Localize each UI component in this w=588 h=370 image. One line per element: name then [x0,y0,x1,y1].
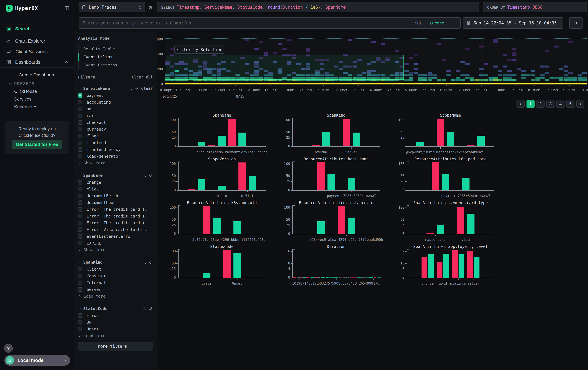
filter-option-Ok[interactable]: Ok [78,319,153,326]
bar-red[interactable] [432,162,439,190]
filter-option-click[interactable]: click [78,186,153,192]
presets-toggle[interactable]: PRESETS [0,80,74,88]
page-button-4[interactable]: 4 [556,100,565,108]
checkbox[interactable] [78,194,83,198]
filter-option-currency[interactable]: currency [78,126,153,132]
bar-red[interactable] [239,162,246,190]
query-language-toggle[interactable]: SQL | Lucene [415,21,444,25]
sidebar-item-chart-explorer[interactable]: Chart Explorer [0,36,74,46]
filter-group-header-SpanKind[interactable]: SpanKind [78,259,153,266]
bar-green[interactable] [416,142,424,146]
sidebar-item-dashboards[interactable]: Dashboards [0,57,74,67]
preset-item-kubernetes[interactable]: Kubernetes [0,102,74,111]
filter-group-more-SpanKind[interactable]: Load more [78,293,153,300]
bar-red[interactable] [338,206,345,234]
checkbox[interactable] [78,287,83,292]
pin-icon[interactable] [135,86,139,90]
bar-red[interactable] [467,145,474,146]
checkbox[interactable] [78,93,83,98]
source-select[interactable]: Demo Traces [79,2,145,12]
checkbox[interactable] [78,180,83,185]
gear-icon[interactable]: ⚙ [147,4,154,11]
mode-event-patterns[interactable]: Event Patterns [78,61,153,69]
bar-green[interactable] [239,132,246,146]
page-button-3[interactable]: 3 [546,100,555,108]
bar-red[interactable] [452,250,458,278]
filter-option-frontend-proxy[interactable]: frontend-proxy [78,146,153,153]
filter-group-more-StatusCode[interactable]: Load more [78,332,153,339]
checkbox[interactable] [78,187,83,191]
checkbox[interactable] [78,120,83,125]
filter-option-Error[interactable]: Error [78,312,153,319]
bar-green[interactable] [218,186,226,190]
select-query-input[interactable]: SELECT Timestamp, ServiceName, StatusCod… [157,2,479,12]
lucene-toggle[interactable]: Lucene [430,21,444,25]
checkbox[interactable] [78,127,83,131]
filter-option-checkout[interactable]: checkout [78,119,153,126]
filter-group-more-SpanName[interactable]: Show more [78,246,153,253]
checkbox[interactable] [78,214,83,218]
filter-option-accounting[interactable]: accounting [78,99,153,106]
sql-toggle[interactable]: SQL [415,21,422,25]
bar-red[interactable] [457,207,464,234]
filter-option-Server[interactable]: Server [78,286,153,293]
bar-green[interactable] [317,221,325,234]
checkbox[interactable] [78,140,83,145]
bar-green[interactable] [447,132,454,146]
page-button-1[interactable]: 1 [526,100,535,108]
clear-all-button[interactable]: Clear all [132,75,153,80]
bar-green[interactable] [462,178,470,190]
filter-option-documentFetch[interactable]: documentFetch [78,192,153,199]
bar-green[interactable] [198,142,205,146]
bar-red[interactable] [208,145,215,146]
filter-option-flagd[interactable]: flagd [78,132,153,139]
search-icon[interactable] [142,173,146,178]
bar-green[interactable] [218,136,226,146]
filter-option-load-generator[interactable]: load-generator [78,153,153,160]
page-button-2[interactable]: 2 [536,100,545,108]
checkbox[interactable] [78,267,83,271]
filter-option-Internal[interactable]: Internal [78,279,153,286]
bar-red[interactable] [317,162,325,190]
mode-event-deltas[interactable]: Event Deltas [78,53,153,61]
filter-option-documentLoad[interactable]: documentLoad [78,199,153,206]
pin-icon[interactable] [149,306,153,311]
filter-option-Consumer[interactable]: Consumer [78,272,153,279]
bar-red[interactable] [203,206,210,234]
checkbox[interactable] [78,274,83,278]
bar-red[interactable] [437,119,444,146]
filter-group-header-SpanName[interactable]: SpanName [78,172,153,179]
checkbox[interactable] [78,241,83,245]
heatmap-selection-region[interactable] [165,55,404,80]
checkbox[interactable] [78,134,83,138]
get-started-button[interactable]: Get Started for Free [12,140,62,149]
bar-green[interactable] [437,225,444,234]
filter-option-ad[interactable]: ad [78,106,153,112]
bar-red[interactable] [437,262,442,278]
filter-option-Client[interactable]: Client [78,266,153,272]
bar-red[interactable] [228,119,236,146]
filter-group-more-ServiceName[interactable]: Show more [78,160,153,166]
checkbox[interactable] [78,320,83,324]
bar-green[interactable] [198,179,205,190]
filter-option-payment[interactable]: payment [78,92,153,99]
pin-icon[interactable] [149,260,153,264]
checkbox[interactable] [78,147,83,152]
bar-green[interactable] [249,176,256,190]
bar-green[interactable] [327,174,335,190]
bar-red[interactable] [188,189,195,190]
bar-green[interactable] [353,132,360,146]
checkbox[interactable] [78,207,83,211]
filter-option-eventListener.error[interactable]: eventListener.error [78,233,153,240]
user-menu[interactable]: U Local mode › [4,355,70,366]
bar-red[interactable] [427,233,434,234]
orderby-input[interactable]: ORDER BY Timestamp DESC [483,2,587,12]
search-icon[interactable] [128,86,133,90]
checkbox[interactable] [78,114,83,118]
events-heatmap[interactable]: Filter by Selection [165,38,587,84]
bar-green[interactable] [467,214,474,234]
bar-green[interactable] [213,218,220,234]
filter-option-Error: The credit card (…[interactable]: Error: The credit card (… [78,213,153,220]
search-icon[interactable] [142,260,146,264]
page-next-button[interactable]: › [577,100,584,108]
